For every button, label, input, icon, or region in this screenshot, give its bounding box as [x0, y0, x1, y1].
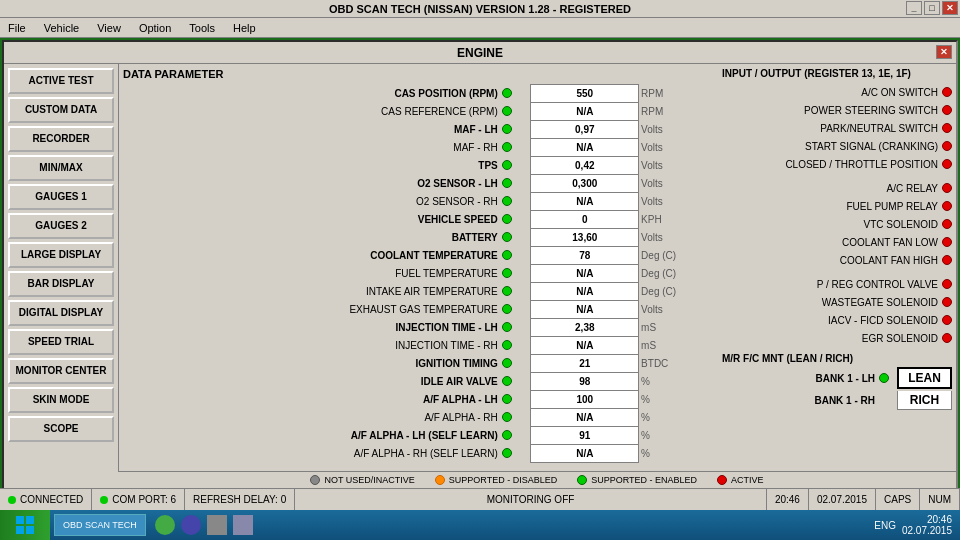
data-row-12: EXHAUST GAS TEMPERATUREN/AVolts — [123, 301, 714, 319]
bank1-lh-row: BANK 1 - LH LEAN — [722, 367, 952, 389]
indicator-dot-1 — [502, 106, 512, 116]
param-indicator-15 — [500, 355, 531, 373]
data-row-9: COOLANT TEMPERATURE78Deg (C) — [123, 247, 714, 265]
io-indicator-15 — [942, 333, 952, 343]
io-row-0: A/C ON SWITCH — [722, 83, 952, 101]
taskbar-icon-1[interactable] — [155, 515, 175, 535]
sidebar-gauges1[interactable]: GAUGES 1 — [8, 184, 114, 210]
io-row-2: PARK/NEUTRAL SWITCH — [722, 119, 952, 137]
sidebar-minmax[interactable]: MIN/MAX — [8, 155, 114, 181]
param-unit-14: mS — [639, 337, 714, 355]
sidebar-digital-display[interactable]: DIGITAL DISPLAY — [8, 300, 114, 326]
svg-rect-1 — [26, 516, 34, 524]
minimize-button[interactable]: _ — [906, 1, 922, 15]
io-indicator-3 — [942, 141, 952, 151]
status-date: 02.07.2015 — [809, 489, 876, 510]
sidebar-skin-mode[interactable]: SKIN MODE — [8, 387, 114, 413]
menu-file[interactable]: File — [4, 20, 30, 36]
window-close-button[interactable]: ✕ — [936, 45, 952, 59]
param-name-8: BATTERY — [123, 229, 500, 247]
sidebar-recorder[interactable]: RECORDER — [8, 126, 114, 152]
sidebar-speed-trial[interactable]: SPEED TRIAL — [8, 329, 114, 355]
content-area: ACTIVE TEST CUSTOM DATA RECORDER MIN/MAX… — [4, 64, 956, 528]
close-button[interactable]: ✕ — [942, 1, 958, 15]
io-header: INPUT / OUTPUT (REGISTER 13, 1E, 1F) — [722, 68, 952, 79]
param-indicator-13 — [500, 319, 531, 337]
start-button[interactable] — [0, 510, 50, 540]
num-text: NUM — [928, 494, 951, 505]
data-param-header: DATA PARAMETER — [123, 68, 714, 80]
taskbar-icon-2[interactable] — [181, 515, 201, 535]
title-bar: OBD SCAN TECH (NISSAN) VERSION 1.28 - RE… — [0, 0, 960, 18]
taskbar-obd[interactable]: OBD SCAN TECH — [54, 514, 146, 536]
legend-inactive-label: NOT USED/INACTIVE — [324, 475, 414, 485]
taskbar-icon-4[interactable] — [233, 515, 253, 535]
param-value-7: 0 — [531, 211, 639, 229]
io-label-7: FUEL PUMP RELAY — [846, 201, 938, 212]
param-name-4: TPS — [123, 157, 500, 175]
param-unit-9: Deg (C) — [639, 247, 714, 265]
io-indicator-10 — [942, 255, 952, 265]
menu-view[interactable]: View — [93, 20, 125, 36]
bank1-lh-label: BANK 1 - LH — [816, 373, 875, 384]
io-row-8: VTC SOLENOID — [722, 215, 952, 233]
indicator-dot-7 — [502, 214, 512, 224]
indicator-dot-3 — [502, 142, 512, 152]
window-controls: _ □ ✕ — [906, 1, 958, 15]
param-name-14: INJECTION TIME - RH — [123, 337, 500, 355]
indicator-dot-0 — [502, 88, 512, 98]
param-name-19: A/F ALPHA - LH (SELF LEARN) — [123, 427, 500, 445]
sidebar-custom-data[interactable]: CUSTOM DATA — [8, 97, 114, 123]
sidebar-bar-display[interactable]: BAR DISPLAY — [8, 271, 114, 297]
data-row-17: A/F ALPHA - LH100% — [123, 391, 714, 409]
legend-active-label: ACTIVE — [731, 475, 764, 485]
legend-disabled-label: SUPPORTED - DISABLED — [449, 475, 557, 485]
rich-box: RICH — [897, 391, 952, 410]
io-row-14: IACV - FICD SOLENOID — [722, 311, 952, 329]
indicator-dot-13 — [502, 322, 512, 332]
indicator-dot-14 — [502, 340, 512, 350]
param-value-12: N/A — [531, 301, 639, 319]
menu-tools[interactable]: Tools — [185, 20, 219, 36]
param-name-12: EXHAUST GAS TEMPERATURE — [123, 301, 500, 319]
param-unit-12: Volts — [639, 301, 714, 319]
param-indicator-19 — [500, 427, 531, 445]
param-name-2: MAF - LH — [123, 121, 500, 139]
sidebar-monitor-center[interactable]: MONITOR CENTER — [8, 358, 114, 384]
sidebar-active-test[interactable]: ACTIVE TEST — [8, 68, 114, 94]
legend-enabled: SUPPORTED - ENABLED — [577, 475, 697, 485]
io-row-10: COOLANT FAN HIGH — [722, 251, 952, 269]
io-row-7: FUEL PUMP RELAY — [722, 197, 952, 215]
data-row-3: MAF - RHN/AVolts — [123, 139, 714, 157]
param-value-9: 78 — [531, 247, 639, 265]
param-value-18: N/A — [531, 409, 639, 427]
param-indicator-16 — [500, 373, 531, 391]
io-row-12: P / REG CONTROL VALVE — [722, 275, 952, 293]
legend-active: ACTIVE — [717, 475, 764, 485]
param-name-1: CAS REFERENCE (RPM) — [123, 103, 500, 121]
menu-option[interactable]: Option — [135, 20, 175, 36]
io-row-1: POWER STEERING SWITCH — [722, 101, 952, 119]
indicator-dot-20 — [502, 448, 512, 458]
menu-help[interactable]: Help — [229, 20, 260, 36]
param-value-10: N/A — [531, 265, 639, 283]
lean-box: LEAN — [897, 367, 952, 389]
io-indicator-8 — [942, 219, 952, 229]
menu-vehicle[interactable]: Vehicle — [40, 20, 83, 36]
maximize-button[interactable]: □ — [924, 1, 940, 15]
taskbar-icon-3[interactable] — [207, 515, 227, 535]
io-indicator-12 — [942, 279, 952, 289]
param-unit-1: RPM — [639, 103, 714, 121]
menu-bar: File Vehicle View Option Tools Help — [0, 18, 960, 38]
time-text: 20:46 — [775, 494, 800, 505]
sidebar-scope[interactable]: SCOPE — [8, 416, 114, 442]
indicator-dot-12 — [502, 304, 512, 314]
sidebar-gauges2[interactable]: GAUGES 2 — [8, 213, 114, 239]
param-value-2: 0,97 — [531, 121, 639, 139]
sidebar-large-display[interactable]: LARGE DISPLAY — [8, 242, 114, 268]
param-unit-10: Deg (C) — [639, 265, 714, 283]
data-table: CAS POSITION (RPM)550RPMCAS REFERENCE (R… — [123, 84, 714, 463]
param-value-4: 0,42 — [531, 157, 639, 175]
status-monitoring: MONITORING OFF — [295, 489, 767, 510]
indicator-dot-4 — [502, 160, 512, 170]
